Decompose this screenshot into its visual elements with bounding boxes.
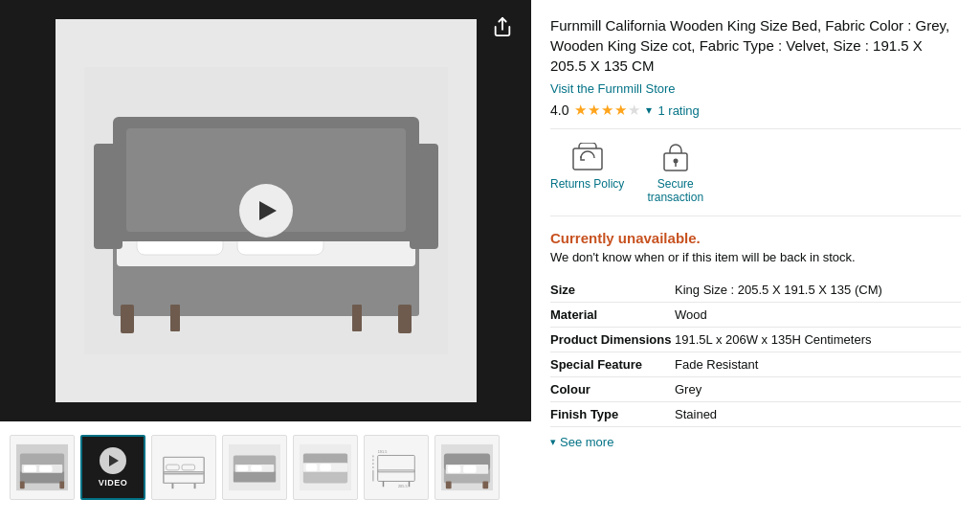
play-icon	[259, 201, 277, 220]
product-title: Furnmill California Wooden King Size Bed…	[550, 15, 961, 76]
play-icon-small	[100, 447, 126, 474]
secure-icon	[657, 141, 694, 173]
star-3: ★	[601, 102, 613, 119]
svg-rect-19	[39, 465, 53, 472]
spec-value: Fade Resistant	[675, 352, 961, 377]
svg-text:191.5: 191.5	[378, 449, 388, 453]
rating-value: 4.0	[550, 102, 568, 118]
spec-row: Special FeatureFade Resistant	[550, 352, 961, 377]
svg-rect-36	[251, 465, 262, 471]
video-label: VIDEO	[99, 478, 128, 488]
svg-rect-41	[306, 464, 318, 471]
spec-row: MaterialWood	[550, 303, 961, 328]
star-rating[interactable]: ★ ★ ★ ★ ★	[574, 102, 640, 119]
svg-rect-6	[352, 305, 362, 331]
specs-table: SizeKing Size : 205.5 X 191.5 X 135 (CM)…	[550, 278, 961, 427]
svg-rect-56	[448, 465, 461, 473]
spec-value: Stained	[675, 402, 961, 427]
svg-text:205.5: 205.5	[398, 485, 408, 488]
chevron-down-icon: ▾	[550, 436, 556, 448]
image-panel: VIDEO	[0, 0, 531, 522]
spec-label: Size	[550, 278, 675, 303]
returns-policy-badge[interactable]: Returns Policy	[550, 141, 624, 204]
spec-row: SizeKing Size : 205.5 X 191.5 X 135 (CM)	[550, 278, 961, 303]
star-5: ★	[628, 102, 640, 119]
see-more-link[interactable]: See more	[560, 435, 613, 449]
thumbnail-1[interactable]	[10, 435, 75, 500]
spec-label: Product Dimensions	[550, 328, 675, 352]
thumbnail-5[interactable]: 191.5 205.5	[364, 435, 429, 500]
product-details-panel: Furnmill California Wooden King Size Bed…	[531, 0, 980, 522]
thumbnail-6[interactable]	[434, 435, 500, 500]
svg-point-62	[673, 159, 678, 164]
svg-rect-5	[170, 305, 180, 331]
rating-row: 4.0 ★ ★ ★ ★ ★ ▾ 1 rating	[550, 102, 961, 129]
svg-rect-35	[237, 465, 249, 471]
svg-rect-42	[320, 464, 331, 471]
svg-rect-3	[121, 305, 134, 333]
secure-label: Securetransaction	[647, 177, 703, 204]
play-triangle-icon	[109, 455, 119, 466]
svg-rect-12	[94, 144, 122, 249]
spec-label: Colour	[550, 377, 675, 402]
svg-rect-13	[410, 144, 438, 249]
svg-rect-21	[59, 481, 64, 488]
svg-rect-58	[446, 481, 452, 488]
spec-row: Finish TypeStained	[550, 402, 961, 427]
spec-label: Special Feature	[550, 352, 675, 377]
star-4: ★	[614, 102, 627, 119]
svg-rect-57	[463, 465, 477, 473]
spec-label: Material	[550, 303, 675, 328]
unavailable-title: Currently unavailable.	[550, 230, 961, 246]
svg-rect-4	[398, 305, 412, 333]
store-link[interactable]: Visit the Furnmill Store	[550, 81, 676, 96]
spec-label: Finish Type	[550, 402, 675, 427]
thumbnail-4[interactable]	[293, 435, 358, 500]
thumbnail-3[interactable]	[222, 435, 287, 500]
rating-count-link[interactable]: 1 rating	[657, 103, 699, 118]
unavailable-subtitle: We don't know when or if this item will …	[550, 250, 961, 264]
product-page: VIDEO	[0, 0, 980, 522]
returns-label: Returns Policy	[550, 177, 624, 191]
svg-rect-18	[24, 465, 37, 472]
badges-row: Returns Policy Securetransaction	[550, 141, 961, 216]
see-more-row[interactable]: ▾ See more	[550, 435, 961, 449]
svg-rect-59	[482, 481, 488, 488]
spec-row: ColourGrey	[550, 377, 961, 402]
play-video-button[interactable]	[239, 184, 293, 238]
thumbnail-strip: VIDEO	[0, 421, 531, 512]
spec-value: 191.5L x 206W x 135H Centimeters	[675, 328, 961, 352]
spec-value: Grey	[675, 377, 961, 402]
spec-value: Wood	[675, 303, 961, 328]
star-1: ★	[574, 102, 587, 119]
thumbnail-2[interactable]	[151, 435, 216, 500]
rating-dropdown-arrow[interactable]: ▾	[646, 103, 652, 117]
share-button[interactable]	[487, 11, 518, 42]
spec-value: King Size : 205.5 X 191.5 X 135 (CM)	[675, 278, 961, 303]
svg-rect-20	[20, 481, 25, 488]
thumbnail-video[interactable]: VIDEO	[80, 435, 145, 500]
secure-transaction-badge[interactable]: Securetransaction	[647, 141, 703, 204]
main-image-area	[0, 0, 531, 421]
returns-icon	[569, 141, 606, 173]
spec-row: Product Dimensions191.5L x 206W x 135H C…	[550, 328, 961, 352]
star-2: ★	[588, 102, 600, 119]
